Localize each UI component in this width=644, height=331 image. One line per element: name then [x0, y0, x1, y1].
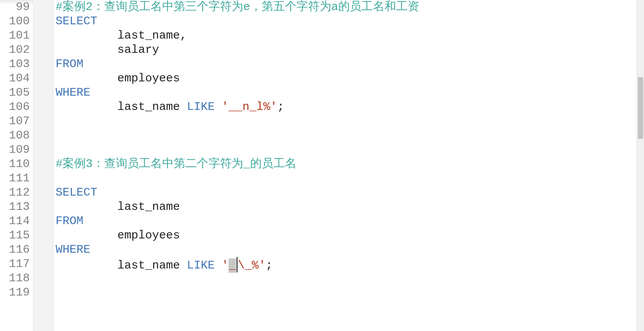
code-token: ' — [222, 259, 229, 272]
code-line[interactable]: SELECT — [56, 14, 644, 29]
code-token: employees — [117, 229, 180, 242]
text-selection: _ — [229, 258, 236, 273]
text-caret — [237, 257, 237, 272]
code-line[interactable]: employees — [56, 71, 644, 86]
code-line[interactable]: salary — [56, 43, 644, 57]
code-line[interactable]: employees — [56, 228, 644, 243]
line-number: 113 — [0, 200, 33, 214]
code-token: WHERE — [56, 86, 90, 99]
line-number: 116 — [0, 243, 33, 257]
code-line[interactable] — [56, 114, 644, 128]
code-token: ; — [277, 100, 284, 113]
code-lines[interactable]: #案例2：查询员工名中第三个字符为e，第五个字符为a的员工名和工资SELECTl… — [56, 0, 644, 300]
code-token: LIKE — [187, 100, 215, 113]
line-number: 103 — [0, 57, 33, 71]
code-token: FROM — [56, 57, 83, 71]
line-number: 119 — [0, 285, 33, 300]
line-number: 102 — [0, 43, 33, 57]
line-number: 118 — [0, 271, 33, 285]
code-token: #案例2：查询员工名中第三个字符为e，第五个字符为a的员工名和工资 — [56, 0, 419, 14]
line-number: 112 — [0, 186, 33, 200]
scrollbar-thumb[interactable] — [638, 77, 643, 139]
line-number: 100 — [0, 14, 33, 29]
line-number: 108 — [0, 128, 33, 143]
code-line[interactable]: last_name LIKE '_\_%'; — [56, 257, 644, 271]
line-number: 114 — [0, 214, 33, 228]
code-token: SELECT — [56, 15, 97, 28]
vertical-scrollbar[interactable] — [637, 0, 644, 331]
line-number: 101 — [0, 29, 33, 43]
code-token — [215, 259, 222, 272]
code-token: last_name — [117, 200, 180, 213]
code-line[interactable] — [56, 271, 644, 285]
line-number: 109 — [0, 143, 33, 157]
code-line[interactable]: WHERE — [56, 243, 644, 257]
code-line[interactable]: FROM — [56, 57, 644, 71]
code-line[interactable]: FROM — [56, 214, 644, 228]
code-token: employees — [117, 72, 180, 85]
code-token: #案例3：查询员工名中第二个字符为_的员工名 — [56, 157, 297, 171]
code-token: salary — [117, 43, 159, 56]
code-token: FROM — [56, 214, 83, 228]
code-token: LIKE — [187, 259, 215, 272]
code-line[interactable]: #案例3：查询员工名中第二个字符为_的员工名 — [56, 157, 644, 171]
code-line[interactable]: WHERE — [56, 86, 644, 100]
code-line[interactable] — [56, 143, 644, 157]
line-number: 107 — [0, 114, 33, 128]
code-line[interactable] — [56, 171, 644, 186]
code-line[interactable]: last_name, — [56, 29, 644, 43]
line-number: 117 — [0, 257, 33, 271]
line-number: 104 — [0, 71, 33, 86]
code-line[interactable]: SELECT — [56, 186, 644, 200]
code-token: last_name — [117, 259, 187, 272]
code-token: \_%' — [238, 259, 266, 272]
line-number: 110 — [0, 157, 33, 171]
code-area[interactable]: #案例2：查询员工名中第三个字符为e，第五个字符为a的员工名和工资SELECTl… — [33, 0, 644, 331]
line-number: 105 — [0, 86, 33, 100]
line-number: 106 — [0, 100, 33, 114]
code-token: last_name — [117, 100, 187, 113]
line-number-gutter: 9910010110210310410510610710810911011111… — [0, 0, 33, 331]
code-line[interactable] — [56, 128, 644, 143]
code-line[interactable] — [56, 285, 644, 300]
code-token: ; — [266, 259, 273, 272]
code-token: SELECT — [56, 186, 97, 199]
code-line[interactable]: #案例2：查询员工名中第三个字符为e，第五个字符为a的员工名和工资 — [56, 0, 644, 14]
line-number: 115 — [0, 228, 33, 243]
code-token: WHERE — [56, 243, 90, 256]
code-token — [215, 100, 222, 113]
code-line[interactable]: last_name LIKE '__n_l%'; — [56, 100, 644, 114]
code-editor: 9910010110210310410510610710810911011111… — [0, 0, 644, 331]
line-number: 111 — [0, 171, 33, 186]
fold-margin — [33, 0, 54, 331]
code-token: last_name, — [117, 29, 187, 42]
code-line[interactable]: last_name — [56, 200, 644, 214]
code-token: '__n_l%' — [222, 100, 277, 113]
